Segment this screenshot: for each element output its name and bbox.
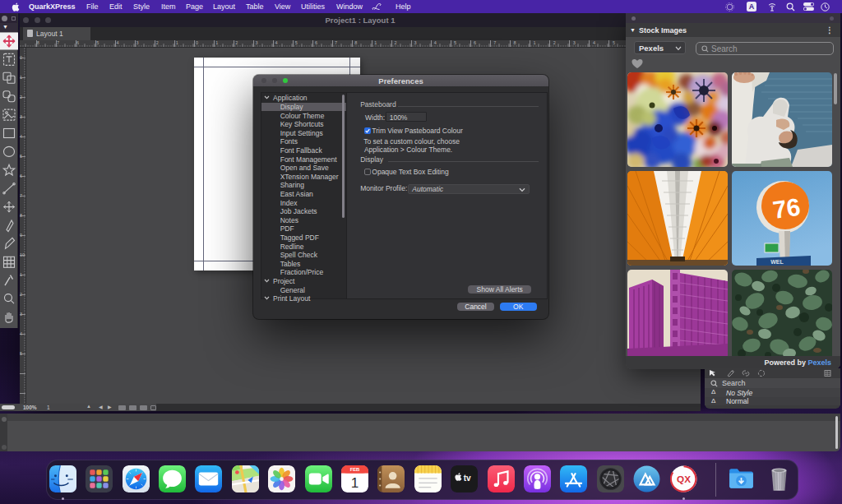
svg-text:FEB: FEB <box>350 467 360 472</box>
svg-text:76: 76 <box>771 192 803 223</box>
svg-text:1: 1 <box>351 474 359 490</box>
svg-text:tv: tv <box>464 474 471 483</box>
svg-text:QX: QX <box>677 474 691 484</box>
svg-text:WEL: WEL <box>770 259 784 265</box>
